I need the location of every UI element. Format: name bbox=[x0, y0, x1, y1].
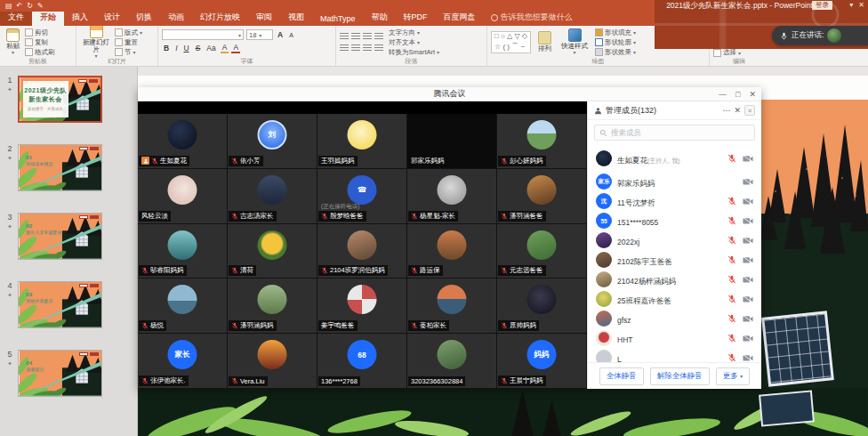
tab-transitions[interactable]: 切换 bbox=[128, 10, 160, 26]
slide-thumb-1[interactable]: 1✦ 2021级少先队 新生家长会 家校携手 · 共育成长 bbox=[2, 76, 137, 123]
shape-effects-button[interactable]: 形状效果▾ bbox=[595, 48, 636, 57]
member-row[interactable]: 2102陈宇玉爸爸 bbox=[588, 250, 761, 270]
member-row[interactable]: 沈 11号沈梦哲 bbox=[588, 191, 761, 211]
signin-button[interactable]: 登录 bbox=[812, 1, 832, 10]
undo-icon[interactable]: ↶ bbox=[17, 2, 23, 10]
highlight-color-button[interactable]: A bbox=[221, 43, 229, 53]
spacing-icon[interactable] bbox=[374, 33, 383, 41]
video-tile[interactable]: 杨星魁-家长 bbox=[407, 169, 497, 224]
numbering-icon[interactable] bbox=[351, 33, 360, 41]
video-tile[interactable]: 姜宇鸣爸爸 bbox=[317, 279, 407, 334]
slide-thumb-5[interactable]: 5✦ 04温馨提示 bbox=[2, 350, 137, 397]
thumbnail-image[interactable]: 01班级基本情况 bbox=[18, 144, 102, 191]
tab-mathtype[interactable]: MathType bbox=[312, 12, 364, 26]
tab-slideshow[interactable]: 幻灯片放映 bbox=[192, 10, 248, 26]
new-slide-button[interactable]: 新建幻灯片▾ bbox=[80, 25, 112, 60]
video-tile[interactable]: 杨悦 bbox=[138, 279, 228, 334]
unmute-all-button[interactable]: 解除全体静音 bbox=[650, 367, 710, 385]
underline-button[interactable]: U bbox=[182, 44, 191, 52]
slide-thumb-3[interactable]: 3✦ 02新生入学常规要求 bbox=[2, 213, 137, 260]
align-center-icon[interactable] bbox=[351, 44, 360, 52]
close-icon[interactable]: ✕ bbox=[858, 1, 864, 9]
tab-design[interactable]: 设计 bbox=[96, 10, 128, 26]
video-tile[interactable]: 原帅妈妈 bbox=[497, 279, 587, 334]
arrange-button[interactable]: 排列 bbox=[535, 31, 554, 52]
video-tile[interactable]: 路运保 bbox=[407, 224, 497, 279]
search-input[interactable] bbox=[611, 128, 750, 137]
video-tile[interactable]: 家长 张伊弛家长. bbox=[138, 334, 228, 389]
copy-button[interactable]: 复制 bbox=[25, 38, 55, 47]
italic-button[interactable]: I bbox=[173, 44, 179, 52]
video-tile[interactable]: 刘 依小芳 bbox=[228, 114, 317, 169]
align-left-icon[interactable] bbox=[340, 44, 349, 52]
camera-off-icon[interactable] bbox=[743, 276, 753, 284]
video-tile[interactable]: 蒌柏家长 bbox=[407, 279, 497, 334]
video-tile[interactable]: 彭心妍妈妈 bbox=[497, 114, 587, 169]
video-tile[interactable]: ☎ (正在接听电话) 殷梦晗爸爸 bbox=[317, 169, 407, 224]
member-row[interactable]: 家乐 郭家乐妈妈 bbox=[588, 172, 761, 191]
camera-off-icon[interactable] bbox=[743, 178, 753, 186]
video-tile[interactable]: Vera.Liu bbox=[228, 334, 317, 389]
bullets-icon[interactable] bbox=[340, 33, 349, 41]
quick-styles-button[interactable]: 快速样式▾ bbox=[559, 28, 591, 56]
video-tile[interactable]: 2104班罗润伯妈妈 bbox=[317, 224, 407, 279]
member-row[interactable]: L bbox=[588, 348, 761, 362]
close-icon[interactable]: ✕ bbox=[749, 90, 756, 99]
tellme-box[interactable]: 告诉我您想要做什么 bbox=[484, 10, 580, 26]
shapes-gallery[interactable]: □ ○ △ ▽ ◇ ☆ ( ) ⌒ ~ bbox=[491, 31, 531, 53]
video-tile[interactable]: 风轻云淡 bbox=[138, 169, 228, 224]
tab-file[interactable]: 文件 bbox=[0, 10, 32, 26]
maximize-icon[interactable]: □ bbox=[735, 90, 740, 99]
font-color-button[interactable]: A bbox=[231, 43, 240, 53]
close-icon[interactable]: ✕ bbox=[734, 106, 741, 115]
video-tile[interactable]: 郭家乐妈妈 bbox=[407, 114, 497, 169]
camera-off-icon[interactable] bbox=[743, 315, 753, 323]
camera-off-icon[interactable] bbox=[743, 335, 753, 343]
member-row[interactable]: 55 151****8055 bbox=[588, 211, 761, 230]
member-row[interactable]: 生如夏花(主持人, 我) bbox=[588, 145, 761, 172]
indent-icon[interactable] bbox=[363, 33, 372, 41]
video-tile[interactable]: 妈妈 王晨宁妈妈 bbox=[497, 334, 587, 389]
camera-off-icon[interactable] bbox=[743, 198, 753, 206]
section-button[interactable]: 节▾ bbox=[115, 48, 142, 57]
tab-insert[interactable]: 插入 bbox=[64, 10, 96, 26]
camera-off-icon[interactable] bbox=[743, 237, 753, 245]
bold-button[interactable]: B bbox=[162, 44, 171, 52]
format-painter-button[interactable]: 格式刷 bbox=[25, 48, 55, 57]
mic-off-icon[interactable] bbox=[727, 255, 736, 264]
shrink-font-button[interactable]: A bbox=[287, 32, 295, 38]
mic-off-icon[interactable] bbox=[727, 216, 736, 225]
member-row[interactable]: 2022xj bbox=[588, 230, 761, 250]
video-tile[interactable]: 邬睿阳妈妈 bbox=[138, 224, 228, 279]
video-tile[interactable]: 王羽嫣妈妈 bbox=[317, 114, 407, 169]
redo-icon[interactable]: ↻ bbox=[27, 2, 33, 10]
ribbon-options-icon[interactable]: ▾ bbox=[849, 1, 853, 9]
member-row[interactable]: 21042杨梓涵妈妈 bbox=[588, 270, 761, 289]
member-row[interactable]: 25班程嘉许爸爸 bbox=[588, 289, 761, 309]
video-tile[interactable]: 元志远爸爸 bbox=[497, 224, 587, 279]
mic-off-icon[interactable] bbox=[727, 154, 736, 163]
slide-thumb-4[interactable]: 4✦ 03家校共育建议 bbox=[2, 281, 137, 328]
meeting-titlebar[interactable]: 腾讯会议 — □ ✕ bbox=[138, 87, 761, 101]
reset-button[interactable]: 重置 bbox=[115, 38, 142, 47]
strikethrough-button[interactable]: S bbox=[194, 44, 203, 52]
video-tile[interactable]: 清荷 bbox=[228, 224, 317, 279]
tab-animations[interactable]: 动画 bbox=[160, 10, 192, 26]
more-icon[interactable]: ⋯ bbox=[722, 106, 730, 115]
case-button[interactable]: Aa bbox=[205, 44, 217, 52]
grow-font-button[interactable]: A bbox=[276, 30, 285, 39]
mic-off-icon[interactable] bbox=[727, 314, 736, 323]
video-tile[interactable]: 潘羽涵妈妈 bbox=[228, 279, 317, 334]
thumbnail-image[interactable]: 04温馨提示 bbox=[18, 350, 102, 397]
justify-icon[interactable] bbox=[374, 44, 383, 52]
more-button[interactable]: 更多 ▾ bbox=[716, 367, 750, 385]
thumbnail-image[interactable]: 03家校共育建议 bbox=[18, 281, 102, 328]
font-family-select[interactable]: ▾ bbox=[162, 29, 244, 40]
member-row[interactable]: gfsz bbox=[588, 309, 761, 328]
video-tile[interactable]: 生如夏花 bbox=[138, 114, 228, 169]
thumbnail-image[interactable]: 2021级少先队 新生家长会 家校携手 · 共育成长 bbox=[18, 76, 102, 123]
pen-icon[interactable]: ✎ bbox=[37, 2, 44, 10]
mic-off-icon[interactable] bbox=[727, 334, 736, 343]
mic-off-icon[interactable] bbox=[727, 236, 736, 245]
align-text-button[interactable]: 对齐文本▾ bbox=[389, 38, 439, 47]
